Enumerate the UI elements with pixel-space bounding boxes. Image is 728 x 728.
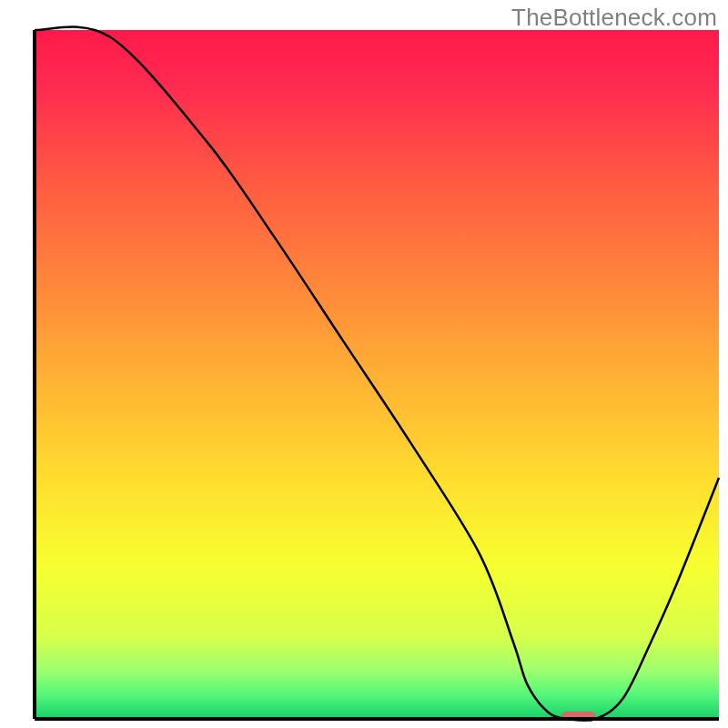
chart-svg	[0, 0, 728, 728]
chart-background	[35, 30, 719, 719]
bottleneck-chart: TheBottleneck.com	[0, 0, 728, 728]
watermark-label: TheBottleneck.com	[511, 4, 717, 32]
